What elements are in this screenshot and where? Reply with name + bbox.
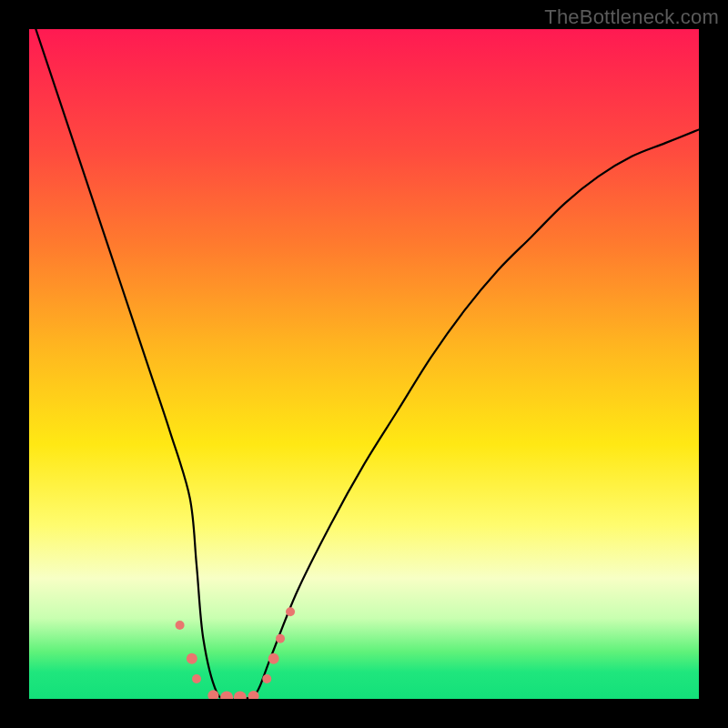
curve-marker — [286, 607, 295, 616]
chart-frame: TheBottleneck.com — [0, 0, 728, 728]
bottleneck-curve — [29, 29, 699, 699]
watermark-text: TheBottleneck.com — [544, 5, 719, 29]
curve-markers — [176, 607, 295, 699]
plot-area — [29, 29, 699, 699]
curve-svg — [29, 29, 699, 699]
curve-marker — [187, 653, 197, 664]
curve-marker — [176, 621, 185, 630]
curve-marker — [276, 634, 285, 643]
curve-marker — [220, 692, 233, 699]
curve-marker — [234, 692, 247, 699]
curve-marker — [268, 653, 279, 664]
curve-marker — [192, 674, 201, 683]
curve-marker — [262, 674, 271, 683]
